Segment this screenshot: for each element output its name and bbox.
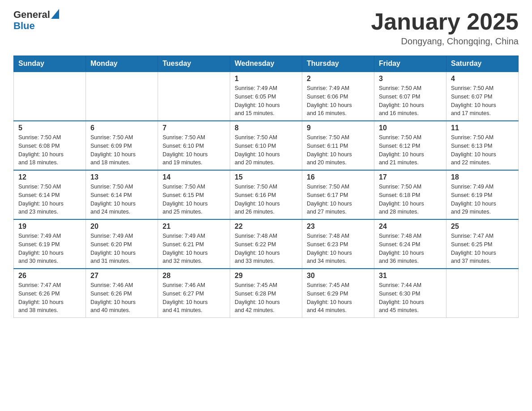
table-row: 29Sunrise: 7:45 AM Sunset: 6:28 PM Dayli… bbox=[230, 269, 302, 318]
day-number: 20 bbox=[90, 223, 153, 231]
logo: General Blue bbox=[13, 9, 59, 31]
calendar-week-row: 1Sunrise: 7:49 AM Sunset: 6:05 PM Daylig… bbox=[14, 72, 519, 121]
table-row: 21Sunrise: 7:49 AM Sunset: 6:21 PM Dayli… bbox=[158, 219, 230, 269]
day-info: Sunrise: 7:50 AM Sunset: 6:11 PM Dayligh… bbox=[307, 133, 369, 167]
day-info: Sunrise: 7:50 AM Sunset: 6:12 PM Dayligh… bbox=[379, 133, 442, 167]
day-number: 22 bbox=[235, 223, 297, 231]
day-info: Sunrise: 7:50 AM Sunset: 6:17 PM Dayligh… bbox=[307, 183, 369, 216]
day-number: 26 bbox=[18, 272, 81, 280]
day-info: Sunrise: 7:49 AM Sunset: 6:20 PM Dayligh… bbox=[90, 232, 153, 265]
table-row: 11Sunrise: 7:50 AM Sunset: 6:13 PM Dayli… bbox=[446, 121, 519, 170]
table-row bbox=[158, 72, 230, 121]
day-info: Sunrise: 7:50 AM Sunset: 6:10 PM Dayligh… bbox=[235, 133, 297, 167]
table-row: 3Sunrise: 7:50 AM Sunset: 6:07 PM Daylig… bbox=[374, 72, 446, 121]
header-saturday: Saturday bbox=[446, 56, 519, 72]
day-info: Sunrise: 7:50 AM Sunset: 6:13 PM Dayligh… bbox=[451, 133, 514, 167]
table-row: 16Sunrise: 7:50 AM Sunset: 6:17 PM Dayli… bbox=[302, 170, 374, 219]
day-number: 3 bbox=[379, 75, 442, 83]
header-tuesday: Tuesday bbox=[158, 56, 230, 72]
day-info: Sunrise: 7:50 AM Sunset: 6:08 PM Dayligh… bbox=[18, 133, 81, 167]
day-number: 23 bbox=[307, 223, 369, 231]
table-row: 17Sunrise: 7:50 AM Sunset: 6:18 PM Dayli… bbox=[374, 170, 446, 219]
day-number: 4 bbox=[451, 75, 514, 83]
header-monday: Monday bbox=[86, 56, 158, 72]
day-info: Sunrise: 7:50 AM Sunset: 6:16 PM Dayligh… bbox=[235, 183, 297, 216]
logo-blue-text: Blue bbox=[13, 21, 35, 31]
table-row: 20Sunrise: 7:49 AM Sunset: 6:20 PM Dayli… bbox=[86, 219, 158, 269]
day-info: Sunrise: 7:44 AM Sunset: 6:30 PM Dayligh… bbox=[379, 281, 442, 315]
location-text: Dongyang, Chongqing, China bbox=[371, 36, 519, 47]
day-number: 21 bbox=[163, 223, 225, 231]
day-info: Sunrise: 7:49 AM Sunset: 6:06 PM Dayligh… bbox=[307, 84, 369, 118]
calendar-header-row: Sunday Monday Tuesday Wednesday Thursday… bbox=[14, 56, 519, 72]
table-row: 7Sunrise: 7:50 AM Sunset: 6:10 PM Daylig… bbox=[158, 121, 230, 170]
day-info: Sunrise: 7:47 AM Sunset: 6:25 PM Dayligh… bbox=[451, 232, 514, 265]
day-number: 2 bbox=[307, 75, 369, 83]
day-info: Sunrise: 7:48 AM Sunset: 6:22 PM Dayligh… bbox=[235, 232, 297, 265]
day-info: Sunrise: 7:45 AM Sunset: 6:29 PM Dayligh… bbox=[307, 281, 369, 315]
day-info: Sunrise: 7:48 AM Sunset: 6:24 PM Dayligh… bbox=[379, 232, 442, 265]
day-info: Sunrise: 7:50 AM Sunset: 6:07 PM Dayligh… bbox=[379, 84, 442, 118]
day-info: Sunrise: 7:49 AM Sunset: 6:21 PM Dayligh… bbox=[163, 232, 225, 265]
table-row: 31Sunrise: 7:44 AM Sunset: 6:30 PM Dayli… bbox=[374, 269, 446, 318]
table-row bbox=[86, 72, 158, 121]
day-info: Sunrise: 7:50 AM Sunset: 6:07 PM Dayligh… bbox=[451, 84, 514, 118]
table-row: 5Sunrise: 7:50 AM Sunset: 6:08 PM Daylig… bbox=[14, 121, 86, 170]
day-number: 30 bbox=[307, 272, 369, 280]
calendar-week-row: 5Sunrise: 7:50 AM Sunset: 6:08 PM Daylig… bbox=[14, 121, 519, 170]
day-number: 28 bbox=[163, 272, 225, 280]
table-row: 2Sunrise: 7:49 AM Sunset: 6:06 PM Daylig… bbox=[302, 72, 374, 121]
day-info: Sunrise: 7:50 AM Sunset: 6:15 PM Dayligh… bbox=[163, 183, 225, 216]
day-info: Sunrise: 7:50 AM Sunset: 6:14 PM Dayligh… bbox=[18, 183, 81, 216]
day-number: 14 bbox=[163, 173, 225, 181]
header-friday: Friday bbox=[374, 56, 446, 72]
day-number: 24 bbox=[379, 223, 442, 231]
table-row: 28Sunrise: 7:46 AM Sunset: 6:27 PM Dayli… bbox=[158, 269, 230, 318]
calendar-week-row: 12Sunrise: 7:50 AM Sunset: 6:14 PM Dayli… bbox=[14, 170, 519, 219]
month-title: January 2025 bbox=[371, 9, 519, 34]
day-number: 7 bbox=[163, 124, 225, 132]
title-block: January 2025 Dongyang, Chongqing, China bbox=[371, 9, 519, 47]
table-row: 15Sunrise: 7:50 AM Sunset: 6:16 PM Dayli… bbox=[230, 170, 302, 219]
day-number: 10 bbox=[379, 124, 442, 132]
day-number: 27 bbox=[90, 272, 153, 280]
day-number: 6 bbox=[90, 124, 153, 132]
table-row: 18Sunrise: 7:49 AM Sunset: 6:19 PM Dayli… bbox=[446, 170, 519, 219]
table-row: 4Sunrise: 7:50 AM Sunset: 6:07 PM Daylig… bbox=[446, 72, 519, 121]
table-row: 24Sunrise: 7:48 AM Sunset: 6:24 PM Dayli… bbox=[374, 219, 446, 269]
table-row: 23Sunrise: 7:48 AM Sunset: 6:23 PM Dayli… bbox=[302, 219, 374, 269]
day-info: Sunrise: 7:50 AM Sunset: 6:09 PM Dayligh… bbox=[90, 133, 153, 167]
table-row: 14Sunrise: 7:50 AM Sunset: 6:15 PM Dayli… bbox=[158, 170, 230, 219]
table-row: 6Sunrise: 7:50 AM Sunset: 6:09 PM Daylig… bbox=[86, 121, 158, 170]
day-number: 15 bbox=[235, 173, 297, 181]
table-row: 1Sunrise: 7:49 AM Sunset: 6:05 PM Daylig… bbox=[230, 72, 302, 121]
logo-general-text: General bbox=[13, 9, 50, 20]
header-sunday: Sunday bbox=[14, 56, 86, 72]
table-row: 10Sunrise: 7:50 AM Sunset: 6:12 PM Dayli… bbox=[374, 121, 446, 170]
day-number: 1 bbox=[235, 75, 297, 83]
table-row: 27Sunrise: 7:46 AM Sunset: 6:26 PM Dayli… bbox=[86, 269, 158, 318]
calendar-week-row: 26Sunrise: 7:47 AM Sunset: 6:26 PM Dayli… bbox=[14, 269, 519, 318]
table-row: 26Sunrise: 7:47 AM Sunset: 6:26 PM Dayli… bbox=[14, 269, 86, 318]
day-info: Sunrise: 7:50 AM Sunset: 6:14 PM Dayligh… bbox=[90, 183, 153, 216]
day-number: 31 bbox=[379, 272, 442, 280]
svg-marker-0 bbox=[51, 9, 59, 19]
day-info: Sunrise: 7:46 AM Sunset: 6:27 PM Dayligh… bbox=[163, 281, 225, 315]
logo-icon: General Blue bbox=[13, 9, 59, 31]
day-number: 29 bbox=[235, 272, 297, 280]
logo-triangle-icon bbox=[51, 9, 59, 19]
table-row: 12Sunrise: 7:50 AM Sunset: 6:14 PM Dayli… bbox=[14, 170, 86, 219]
page-header: General Blue January 2025 Dongyang, Chon… bbox=[13, 9, 519, 47]
table-row: 13Sunrise: 7:50 AM Sunset: 6:14 PM Dayli… bbox=[86, 170, 158, 219]
day-info: Sunrise: 7:49 AM Sunset: 6:05 PM Dayligh… bbox=[235, 84, 297, 118]
day-number: 25 bbox=[451, 223, 514, 231]
day-info: Sunrise: 7:49 AM Sunset: 6:19 PM Dayligh… bbox=[451, 183, 514, 216]
table-row: 19Sunrise: 7:49 AM Sunset: 6:19 PM Dayli… bbox=[14, 219, 86, 269]
day-number: 17 bbox=[379, 173, 442, 181]
table-row: 9Sunrise: 7:50 AM Sunset: 6:11 PM Daylig… bbox=[302, 121, 374, 170]
day-number: 5 bbox=[18, 124, 81, 132]
day-info: Sunrise: 7:50 AM Sunset: 6:18 PM Dayligh… bbox=[379, 183, 442, 216]
table-row: 8Sunrise: 7:50 AM Sunset: 6:10 PM Daylig… bbox=[230, 121, 302, 170]
day-number: 19 bbox=[18, 223, 81, 231]
calendar-week-row: 19Sunrise: 7:49 AM Sunset: 6:19 PM Dayli… bbox=[14, 219, 519, 269]
